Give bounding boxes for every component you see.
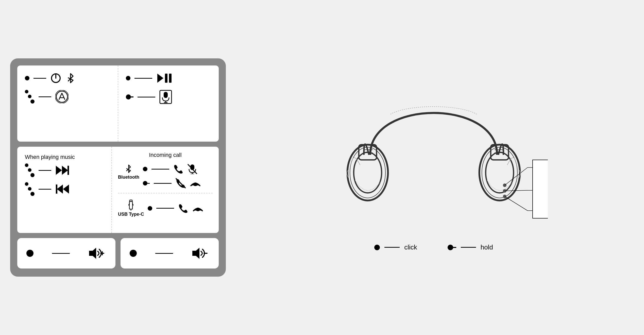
hold-dot2 — [28, 187, 31, 191]
hold-dot — [126, 94, 131, 99]
incoming-call-label: Incoming call — [118, 152, 213, 158]
dash — [33, 78, 46, 79]
usb-answer-row — [148, 203, 213, 213]
bluetooth-icon — [65, 73, 76, 84]
legend-area: click hold — [233, 243, 634, 251]
power-icon — [50, 73, 61, 84]
usb-rows — [148, 203, 213, 213]
mic-row — [126, 90, 211, 104]
click-label: click — [404, 243, 417, 251]
svg-marker-29 — [89, 248, 96, 259]
usb-section: USB Type-C — [118, 198, 213, 219]
end-call-icon — [190, 179, 201, 187]
svg-rect-13 — [67, 166, 69, 175]
reject-row — [143, 178, 213, 188]
dash — [151, 169, 169, 170]
end-call2-icon — [192, 205, 204, 212]
svg-rect-16 — [56, 185, 57, 194]
svg-line-51 — [505, 190, 528, 191]
playpause-row — [126, 73, 211, 84]
svg-marker-11 — [56, 166, 62, 175]
svg-point-3 — [55, 90, 69, 103]
top-right-section — [118, 65, 219, 142]
brand-logo-icon — [55, 90, 69, 103]
usb-conn-label: USB Type-C — [118, 199, 144, 217]
svg-rect-5 — [165, 74, 167, 83]
dash — [156, 208, 174, 209]
bottom-buttons — [17, 238, 219, 269]
hold-dot — [143, 181, 147, 186]
svg-point-38 — [486, 152, 514, 193]
playpause-icon — [156, 73, 173, 84]
click-dot — [25, 76, 29, 80]
headphone-area: click hold — [233, 74, 634, 261]
click-dot — [130, 250, 137, 257]
dash — [138, 97, 155, 97]
dash — [39, 189, 51, 190]
dash — [39, 170, 51, 171]
bluetooth-rows — [143, 164, 213, 188]
click-dot — [143, 167, 147, 171]
hold-stem — [131, 96, 133, 97]
click-dot — [126, 76, 130, 80]
phone-answer2-icon — [178, 203, 188, 213]
hold-legend: hold — [448, 243, 493, 251]
mic-mute-icon — [159, 90, 172, 104]
svg-rect-23 — [129, 202, 132, 209]
usb-text: USB Type-C — [118, 212, 144, 217]
svg-rect-55 — [533, 160, 548, 218]
skip-back-icon — [55, 183, 70, 195]
control-panel: When playing music — [10, 58, 226, 277]
answer-row — [143, 164, 213, 174]
phone-slash-icon — [176, 178, 186, 188]
svg-marker-14 — [63, 185, 69, 194]
dash — [39, 96, 51, 97]
hold-legend-stem — [453, 247, 456, 248]
dash — [52, 253, 70, 254]
hold-dot3 — [30, 173, 35, 177]
bluetooth-text: Bluetooth — [118, 175, 139, 180]
bluetooth-small-icon — [124, 164, 133, 174]
svg-marker-15 — [57, 185, 63, 194]
divider — [118, 193, 213, 193]
top-left-section — [17, 65, 118, 142]
phone-answer-icon — [173, 164, 183, 174]
skip-forward-row — [25, 163, 104, 177]
svg-marker-4 — [157, 74, 163, 83]
hold-dot1 — [25, 90, 28, 93]
dash — [134, 78, 152, 79]
usb-icon — [127, 199, 135, 211]
main-container: When playing music — [10, 10, 634, 325]
middle-right-section: Incoming call Bluetooth — [112, 147, 219, 233]
headphone-illustration — [319, 58, 548, 261]
vol-down-button[interactable] — [121, 238, 219, 269]
skip-back-row — [25, 182, 104, 196]
hold-legend-dot — [448, 245, 453, 250]
triple-logo-row — [25, 90, 110, 104]
hold-dot3 — [30, 99, 35, 104]
svg-line-53 — [505, 196, 528, 211]
vol-up-button[interactable] — [17, 238, 115, 269]
volume-down-icon — [191, 247, 210, 260]
click-legend-dash — [384, 247, 400, 248]
hold-stem — [147, 183, 150, 184]
svg-point-35 — [354, 152, 382, 193]
click-legend: click — [374, 243, 417, 251]
hold-dot2 — [28, 168, 31, 172]
hold-label: hold — [481, 243, 493, 251]
skip-forward-icon — [55, 165, 70, 176]
click-legend-dot — [374, 245, 380, 250]
svg-marker-32 — [192, 248, 199, 259]
volume-up-icon — [88, 247, 106, 260]
svg-rect-8 — [164, 92, 168, 98]
hold-dot1 — [25, 163, 28, 167]
click-dot — [26, 250, 33, 257]
hold-legend-indicator — [448, 245, 456, 250]
svg-rect-6 — [169, 74, 172, 83]
svg-marker-12 — [62, 166, 68, 175]
middle-left-section: When playing music — [17, 147, 112, 233]
dash — [155, 253, 173, 254]
middle-section: When playing music — [17, 147, 219, 233]
hold-legend-dash — [461, 247, 476, 248]
mute-mic-icon — [188, 164, 197, 174]
